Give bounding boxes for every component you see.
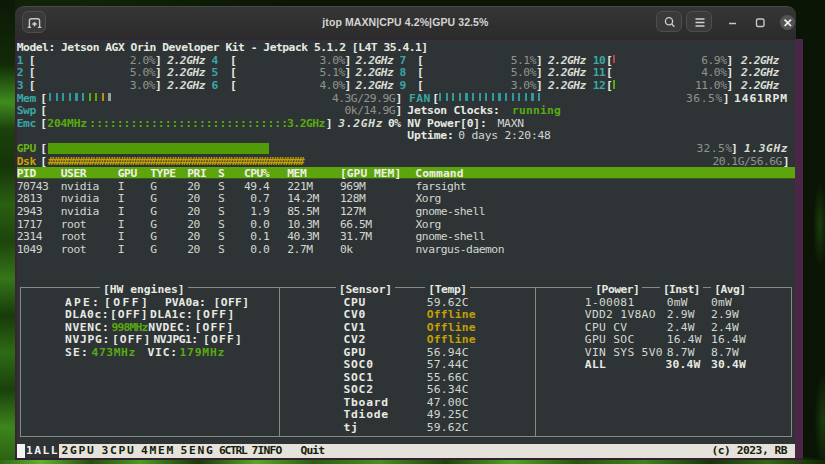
terminal-text: 0mW (711, 297, 732, 309)
gauge-tick (485, 93, 487, 102)
terminal-text: tj (344, 422, 359, 434)
terminal-text: MEM (287, 168, 306, 180)
terminal-row: 2943nvidiaIG20S1.985.5M127Mgnome-shell (0, 206, 825, 218)
terminal-text: 2.2GHz (741, 80, 779, 92)
terminal-text: nvidia (61, 193, 99, 205)
terminal-text: 11 (593, 67, 606, 79)
terminal-text: 204MHz (47, 118, 87, 130)
gauge-tick (538, 93, 540, 102)
terminal-text: 8.7W (711, 347, 739, 359)
terminal-text: CPU CV (585, 322, 628, 334)
terminal-text: 2.2GHz (548, 67, 586, 79)
terminal-text: G (150, 244, 156, 256)
gauge-tick (613, 80, 615, 89)
gauge-tick (102, 93, 104, 102)
terminal-text: G (150, 231, 156, 243)
terminal-text: 0.7 (250, 193, 269, 205)
terminal-text: root (61, 231, 86, 243)
terminal-text: Xorg (416, 193, 441, 205)
tab-2gpu[interactable]: 2GPU (62, 445, 96, 457)
terminal-text: 5.1% (320, 67, 345, 79)
terminal-text: 3.0% (511, 80, 536, 92)
terminal-text: [ (230, 80, 236, 92)
tab-6ctrl[interactable]: 6CTRL (219, 445, 247, 457)
terminal-row: 2813nvidiaIG20S0.714.2M128MXorg (0, 193, 825, 205)
terminal-text: 1 (17, 55, 23, 67)
menu-button[interactable] (686, 11, 712, 32)
terminal-text: 0% (388, 118, 401, 130)
terminal-text: 2.9W (667, 309, 695, 321)
terminal-text: 5.0% (130, 67, 155, 79)
tab-7info[interactable]: 7INFO (252, 445, 282, 457)
terminal-text: S (218, 181, 224, 193)
terminal-text: Model: Jetson AGX Orin Developer Kit - J… (17, 42, 428, 54)
terminal-text: 2.2GHz (167, 67, 205, 79)
terminal-text: 8 (400, 67, 406, 79)
terminal-text: 20 (187, 231, 200, 243)
terminal-text: 2.2GHz (741, 67, 779, 79)
terminal-text: 2.2GHz (356, 67, 394, 79)
terminal-text: [ (417, 67, 423, 79)
window-frame-bottom (15, 458, 803, 461)
terminal-text: [ (40, 93, 46, 105)
tab-4mem[interactable]: 4MEM (141, 445, 175, 457)
terminal-text: gnome-shell (416, 206, 486, 218)
terminal-row: Dsk[####################################… (0, 156, 825, 168)
terminal-text: Uptime: (407, 130, 453, 142)
terminal-text: 7 (400, 55, 406, 67)
terminal-row: Tdiode49.25C (0, 409, 825, 421)
terminal-text: I (118, 219, 124, 231)
terminal-text: [GPU MEM] (340, 168, 401, 180)
tab-3cpu[interactable]: 3CPU (102, 445, 136, 457)
terminal-text: running (512, 105, 561, 117)
tab-quit[interactable]: Quit (301, 445, 325, 457)
terminal-text: Xorg (416, 219, 441, 231)
terminal-text: 30.4W (711, 359, 746, 371)
terminal-text: I (118, 244, 124, 256)
terminal-text: 47.00C (427, 397, 469, 409)
tab-all-selected[interactable]: 1ALL (26, 445, 59, 457)
terminal-text: S (218, 168, 224, 180)
terminal-text: 56.34C (427, 384, 469, 396)
gauge-tick (472, 93, 474, 102)
terminal-text: 1-00081 (585, 297, 635, 309)
terminal-text: [Avg] (711, 284, 748, 296)
terminal-text: 0 days 2:20:48 (458, 130, 550, 142)
terminal-text: [ (29, 55, 35, 67)
new-tab-button[interactable] (22, 11, 46, 34)
maximize-button[interactable] (752, 11, 774, 33)
terminal-text: 9 (400, 80, 406, 92)
terminal-text: [ (40, 143, 46, 155)
terminal-text: 4 (212, 55, 218, 67)
copyright-text: (c) 2023, RB (712, 445, 788, 457)
terminal-text: ] (723, 93, 729, 105)
terminal-text: 2.2GHz (167, 80, 205, 92)
terminal-text: 11.0% (695, 80, 727, 92)
terminal-text: 49.4 (244, 181, 269, 193)
gauge-tick (446, 93, 448, 102)
minimize-button[interactable] (726, 11, 748, 33)
gauge-tick (108, 93, 110, 102)
terminal-text: ] (536, 80, 542, 92)
terminal-text: ] (395, 105, 401, 117)
search-button[interactable] (656, 11, 682, 32)
terminal-text: 4.0% (701, 67, 726, 79)
terminal-text: 66.5M (340, 219, 372, 231)
terminal-text: I (118, 206, 124, 218)
terminal-text: 32.5% (696, 143, 732, 155)
terminal-text: nvidia (61, 206, 99, 218)
tab-5eng[interactable]: 5ENG (181, 445, 215, 457)
terminal-text: 2.2GHz (548, 80, 586, 92)
terminal-text: 6.9% (701, 55, 726, 67)
terminal-text: 70743 (17, 181, 49, 193)
terminal-text: 969M (340, 181, 365, 193)
terminal-text: S (218, 206, 224, 218)
terminal-text: 0k/14.9G (345, 105, 396, 117)
terminal-text: 1717 (17, 219, 42, 231)
terminal-text: ] (727, 80, 733, 92)
close-button[interactable] (780, 15, 795, 30)
terminal-text: 2314 (17, 231, 42, 243)
gauge-tick (75, 93, 77, 102)
terminal-row: [HW engines][Sensor][Temp][Power][Inst][… (0, 284, 825, 296)
terminal-text: USER (61, 168, 86, 180)
